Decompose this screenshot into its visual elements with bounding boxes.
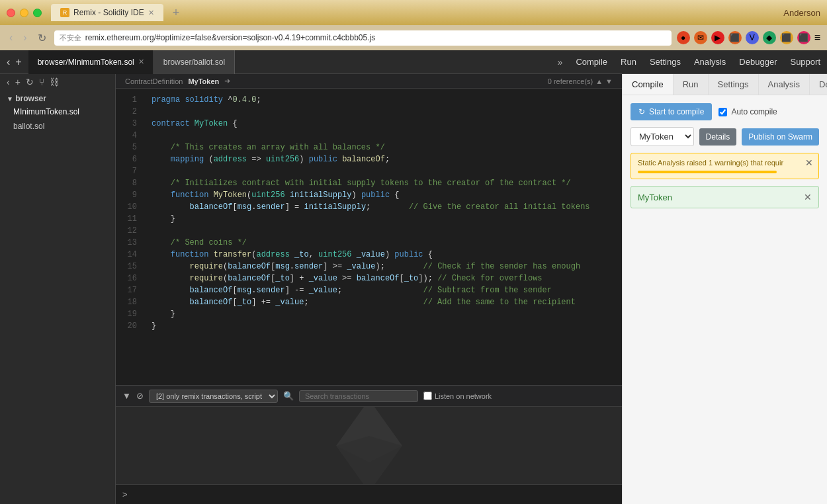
extensions-icon[interactable]: ≡ (814, 32, 820, 44)
minimize-button[interactable] (20, 9, 28, 17)
editor-area: ContractDefinition MyToken ➜ 0 reference… (116, 74, 622, 504)
sidebar: ‹ + ↻ ⑂ ⛓ ▼ browser MInimumToken.sol bal… (0, 74, 116, 504)
bottom-input-bar: > (116, 484, 622, 504)
address-box[interactable]: 不安全 remix.ethereum.org/#optimize=false&v… (54, 30, 672, 46)
code-content[interactable]: pragma solidity ^0.4.0; contract MyToken… (142, 89, 622, 385)
sidebar-refresh-icon[interactable]: ↻ (26, 77, 34, 87)
settings-nav-btn[interactable]: Settings (643, 53, 687, 71)
browser-icon-1[interactable]: ● (677, 31, 690, 44)
compile-btn-label: Start to compile (649, 107, 704, 116)
search-input[interactable] (299, 390, 418, 402)
tab-close-icon[interactable]: ✕ (148, 9, 154, 17)
close-button[interactable] (7, 9, 15, 17)
forward-button[interactable]: › (21, 30, 29, 45)
contract-select-row: MyToken Details Publish on Swarm (631, 127, 819, 146)
mytoken-close-icon[interactable]: ✕ (804, 192, 812, 202)
tab-run[interactable]: Run (674, 74, 709, 95)
ref-count-text: 0 reference(s) (548, 77, 593, 85)
browser-icon-2[interactable]: ✉ (694, 31, 707, 44)
addressbar: ‹ › ↻ 不安全 remix.ethereum.org/#optimize=f… (0, 25, 827, 50)
sidebar-file-2-name: ballot.sol (13, 122, 44, 131)
user-name: Anderson (783, 8, 820, 18)
collapse-icon[interactable]: ▲ (595, 77, 603, 85)
sidebar-toggle-icon[interactable]: ‹ (7, 56, 10, 68)
browser-tab[interactable]: R Remix - Solidity IDE ✕ (51, 4, 163, 21)
details-button[interactable]: Details (699, 128, 737, 146)
file-tabs: browser/MInimumToken.sol ✕ browser/ballo… (28, 50, 428, 74)
browser-folder-label[interactable]: ▼ browser (0, 90, 115, 105)
security-label: 不安全 (60, 33, 81, 43)
ide-header: ‹ + browser/MInimumToken.sol ✕ browser/b… (0, 50, 827, 74)
run-nav-btn[interactable]: Run (614, 53, 643, 71)
sidebar-link-icon[interactable]: ⛓ (50, 77, 59, 87)
debugger-nav-btn[interactable]: Debugger (732, 53, 783, 71)
browser-icon-3[interactable]: ▶ (711, 31, 724, 44)
refresh-button[interactable]: ↻ (35, 30, 49, 46)
maximize-button[interactable] (33, 9, 42, 17)
ethereum-logo (329, 407, 409, 484)
bottom-expand-icon[interactable]: ▼ (122, 391, 131, 401)
url-text: remix.ethereum.org/#optimize=false&versi… (85, 33, 376, 42)
contract-def-label: ContractDefinition (125, 77, 183, 85)
tab-compile[interactable]: Compile (623, 74, 674, 95)
compile-icon: ↻ (638, 107, 645, 116)
listen-label[interactable]: Listen on network (423, 392, 492, 400)
close-tab-1-icon[interactable]: ✕ (138, 58, 144, 66)
code-editor[interactable]: 1 2 3 4 5 6 7 8 9 10 11 12 13 14 15 16 1 (116, 89, 622, 385)
mytoken-box: MyToken ✕ (631, 186, 819, 208)
tab-title: Remix - Solidity IDE (73, 8, 144, 17)
sidebar-file-minimumtoken[interactable]: MInimumToken.sol (0, 105, 115, 119)
warning-close-icon[interactable]: ✕ (805, 157, 813, 168)
start-compile-button[interactable]: ↻ Start to compile (631, 103, 712, 120)
auto-compile-checkbox[interactable] (718, 108, 727, 116)
line-numbers: 1 2 3 4 5 6 7 8 9 10 11 12 13 14 15 16 1 (116, 89, 142, 385)
sidebar-file-1-name: MInimumToken.sol (13, 107, 79, 116)
mytoken-label: MyToken (638, 192, 672, 202)
sidebar-toolbar: ‹ + ↻ ⑂ ⛓ (0, 74, 115, 90)
tab-analysis[interactable]: Analysis (759, 74, 810, 95)
warning-progress-bar (638, 171, 777, 173)
tab-debugger[interactable]: Debugger (810, 74, 827, 95)
sidebar-fork-icon[interactable]: ⑂ (39, 77, 44, 87)
editor-subheader: ContractDefinition MyToken ➜ 0 reference… (116, 74, 622, 89)
tab-icon: R (60, 8, 69, 17)
sidebar-back-icon[interactable]: ‹ (7, 77, 10, 87)
compile-header: Compile Run Settings Analysis Debugger S… (623, 74, 827, 95)
analysis-nav-btn[interactable]: Analysis (687, 53, 732, 71)
search-icon[interactable]: 🔍 (283, 391, 294, 401)
back-button[interactable]: ‹ (7, 30, 15, 45)
compile-body: ↻ Start to compile Auto compile MyToken … (623, 95, 827, 216)
browser-icon-7[interactable]: ⬛ (780, 31, 793, 44)
contract-name-label: MyToken (188, 77, 219, 85)
expand-icon[interactable]: » (551, 57, 570, 67)
support-nav-btn[interactable]: Support (783, 53, 827, 71)
expand-arrows-icon[interactable]: ▼ (605, 77, 613, 85)
file-tab-1-label: browser/MInimumToken.sol (38, 58, 134, 67)
browser-icon-4[interactable]: ⬛ (728, 31, 742, 44)
sidebar-add-icon[interactable]: + (15, 77, 21, 87)
browser-toolbar-icons: ● ✉ ▶ ⬛ V ◆ ⬛ ⬛ ≡ (677, 31, 820, 44)
browser-icon-5[interactable]: V (746, 31, 759, 44)
file-tab-ballot[interactable]: browser/ballot.sol (154, 50, 235, 74)
auto-compile-text: Auto compile (731, 107, 777, 116)
titlebar: R Remix - Solidity IDE ✕ + Anderson (0, 0, 827, 25)
contract-select[interactable]: MyToken (631, 127, 694, 146)
auto-compile-label[interactable]: Auto compile (718, 107, 777, 116)
listen-checkbox[interactable] (423, 392, 432, 400)
file-tab-minimumtoken[interactable]: browser/MInimumToken.sol ✕ (28, 50, 154, 74)
compile-nav-btn[interactable]: Compile (569, 53, 614, 71)
tx-filter-select[interactable]: [2] only remix transactions, script (149, 390, 278, 403)
sidebar-file-ballot[interactable]: ballot.sol (0, 119, 115, 134)
right-panel: Compile Run Settings Analysis Debugger S… (622, 74, 827, 504)
bottom-toolbar: ▼ ⊘ [2] only remix transactions, script … (116, 386, 622, 407)
ref-count: 0 reference(s) ▲ ▼ (548, 77, 613, 85)
bottom-clear-icon[interactable]: ⊘ (136, 391, 144, 401)
right-nav-area: » Compile Run Settings Analysis Debugger… (427, 53, 827, 71)
tab-settings[interactable]: Settings (709, 74, 759, 95)
browser-icon-6[interactable]: ◆ (763, 31, 776, 44)
new-tab-button[interactable]: + (173, 6, 180, 20)
browser-icon-8[interactable]: ⬛ (797, 31, 810, 44)
publish-swarm-button[interactable]: Publish on Swarm (742, 128, 819, 146)
warning-box: Static Analysis raised 1 warning(s) that… (631, 153, 819, 179)
add-file-icon[interactable]: + (15, 56, 21, 68)
